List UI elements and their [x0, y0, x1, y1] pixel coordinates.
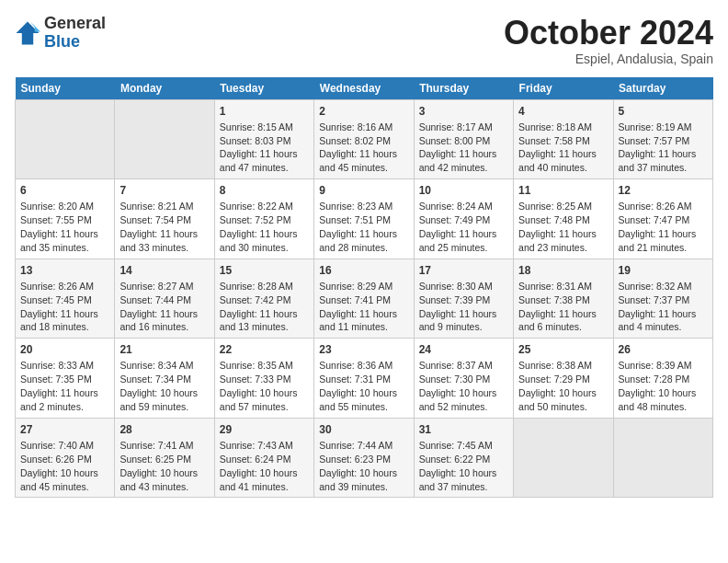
day-number: 21 [119, 342, 209, 357]
day-number: 7 [119, 183, 209, 198]
calendar-cell: 18Sunrise: 8:31 AMSunset: 7:38 PMDayligh… [514, 259, 613, 339]
calendar-cell: 6Sunrise: 8:20 AMSunset: 7:55 PMDaylight… [16, 179, 115, 259]
calendar-cell: 2Sunrise: 8:16 AMSunset: 8:02 PMDaylight… [314, 99, 414, 179]
title-block: October 2024 Espiel, Andalusia, Spain [504, 15, 713, 66]
day-number: 2 [319, 104, 408, 119]
calendar-cell: 10Sunrise: 8:24 AMSunset: 7:49 PMDayligh… [414, 179, 513, 259]
calendar-cell [514, 418, 613, 498]
calendar-cell: 26Sunrise: 8:39 AMSunset: 7:28 PMDayligh… [613, 339, 712, 419]
day-number: 24 [419, 342, 508, 357]
day-number: 19 [619, 263, 708, 278]
calendar-cell: 21Sunrise: 8:34 AMSunset: 7:34 PMDayligh… [115, 339, 214, 419]
day-number: 25 [518, 342, 608, 357]
calendar-cell: 8Sunrise: 8:22 AMSunset: 7:52 PMDaylight… [214, 179, 313, 259]
calendar-week-4: 27Sunrise: 7:40 AMSunset: 6:26 PMDayligh… [16, 418, 713, 498]
day-number: 28 [119, 422, 209, 437]
day-info: Sunrise: 8:22 AMSunset: 7:52 PMDaylight:… [220, 201, 298, 253]
calendar-cell: 1Sunrise: 8:15 AMSunset: 8:03 PMDaylight… [214, 99, 313, 179]
calendar-week-2: 13Sunrise: 8:26 AMSunset: 7:45 PMDayligh… [16, 259, 713, 339]
day-number: 16 [319, 263, 408, 278]
day-info: Sunrise: 8:32 AMSunset: 7:37 PMDaylight:… [619, 281, 697, 333]
day-info: Sunrise: 8:18 AMSunset: 7:58 PMDaylight:… [518, 121, 597, 174]
calendar-cell: 17Sunrise: 8:30 AMSunset: 7:39 PMDayligh… [414, 259, 513, 339]
calendar-cell: 13Sunrise: 8:26 AMSunset: 7:45 PMDayligh… [16, 259, 115, 339]
svg-marker-0 [17, 21, 40, 44]
day-info: Sunrise: 8:29 AMSunset: 7:41 PMDaylight:… [319, 281, 397, 333]
calendar-week-0: 1Sunrise: 8:15 AMSunset: 8:03 PMDaylight… [16, 99, 713, 179]
calendar-cell [115, 99, 214, 179]
calendar-cell: 23Sunrise: 8:36 AMSunset: 7:31 PMDayligh… [314, 339, 414, 419]
day-info: Sunrise: 8:34 AMSunset: 7:34 PMDaylight:… [119, 360, 198, 412]
logo: General Blue [15, 15, 106, 52]
day-number: 27 [20, 422, 109, 437]
day-number: 8 [220, 183, 309, 198]
calendar-cell: 16Sunrise: 8:29 AMSunset: 7:41 PMDayligh… [314, 259, 414, 339]
day-info: Sunrise: 8:33 AMSunset: 7:35 PMDaylight:… [20, 360, 98, 412]
calendar-cell: 30Sunrise: 7:44 AMSunset: 6:23 PMDayligh… [314, 418, 414, 498]
day-number: 29 [220, 422, 309, 437]
calendar-cell: 11Sunrise: 8:25 AMSunset: 7:48 PMDayligh… [514, 179, 613, 259]
day-number: 1 [220, 104, 309, 119]
day-number: 20 [20, 342, 109, 357]
day-info: Sunrise: 8:26 AMSunset: 7:45 PMDaylight:… [20, 281, 98, 333]
day-info: Sunrise: 8:30 AMSunset: 7:39 PMDaylight:… [419, 281, 497, 333]
month-title: October 2024 [504, 15, 713, 52]
day-info: Sunrise: 8:39 AMSunset: 7:28 PMDaylight:… [619, 360, 697, 412]
calendar-cell: 25Sunrise: 8:38 AMSunset: 7:29 PMDayligh… [514, 339, 613, 419]
header-friday: Friday [514, 77, 613, 100]
calendar-cell: 7Sunrise: 8:21 AMSunset: 7:54 PMDaylight… [115, 179, 214, 259]
location-subtitle: Espiel, Andalusia, Spain [504, 52, 713, 66]
page-header: General Blue October 2024 Espiel, Andalu… [15, 15, 713, 66]
day-number: 17 [419, 263, 508, 278]
calendar-week-3: 20Sunrise: 8:33 AMSunset: 7:35 PMDayligh… [16, 339, 713, 419]
day-number: 18 [518, 263, 608, 278]
logo-general-text: General [44, 15, 106, 33]
day-info: Sunrise: 8:26 AMSunset: 7:47 PMDaylight:… [619, 201, 697, 253]
day-info: Sunrise: 8:24 AMSunset: 7:49 PMDaylight:… [419, 201, 497, 253]
day-number: 14 [119, 263, 209, 278]
calendar-cell: 4Sunrise: 8:18 AMSunset: 7:58 PMDaylight… [514, 99, 613, 179]
day-number: 9 [319, 183, 408, 198]
calendar-cell: 28Sunrise: 7:41 AMSunset: 6:25 PMDayligh… [115, 418, 214, 498]
logo-text: General Blue [44, 15, 106, 52]
calendar-cell: 19Sunrise: 8:32 AMSunset: 7:37 PMDayligh… [613, 259, 712, 339]
header-wednesday: Wednesday [314, 77, 414, 100]
day-number: 11 [518, 183, 608, 198]
day-info: Sunrise: 8:21 AMSunset: 7:54 PMDaylight:… [119, 201, 198, 253]
calendar-cell: 20Sunrise: 8:33 AMSunset: 7:35 PMDayligh… [16, 339, 115, 419]
day-info: Sunrise: 8:27 AMSunset: 7:44 PMDaylight:… [119, 281, 198, 333]
calendar-cell: 3Sunrise: 8:17 AMSunset: 8:00 PMDaylight… [414, 99, 513, 179]
day-info: Sunrise: 8:17 AMSunset: 8:00 PMDaylight:… [419, 121, 497, 174]
day-info: Sunrise: 8:16 AMSunset: 8:02 PMDaylight:… [319, 121, 397, 174]
day-info: Sunrise: 8:25 AMSunset: 7:48 PMDaylight:… [518, 201, 597, 253]
day-info: Sunrise: 8:38 AMSunset: 7:29 PMDaylight:… [518, 360, 597, 412]
calendar-cell [613, 418, 712, 498]
day-info: Sunrise: 7:44 AMSunset: 6:23 PMDaylight:… [319, 440, 397, 492]
header-sunday: Sunday [16, 77, 115, 100]
day-number: 5 [619, 104, 708, 119]
day-number: 4 [518, 104, 608, 119]
header-monday: Monday [115, 77, 214, 100]
day-info: Sunrise: 8:35 AMSunset: 7:33 PMDaylight:… [220, 360, 298, 412]
calendar-cell: 12Sunrise: 8:26 AMSunset: 7:47 PMDayligh… [613, 179, 712, 259]
calendar-cell: 27Sunrise: 7:40 AMSunset: 6:26 PMDayligh… [16, 418, 115, 498]
day-info: Sunrise: 8:15 AMSunset: 8:03 PMDaylight:… [220, 121, 298, 174]
header-tuesday: Tuesday [214, 77, 313, 100]
day-number: 12 [619, 183, 708, 198]
calendar-cell [16, 99, 115, 179]
day-number: 13 [20, 263, 109, 278]
calendar-cell: 14Sunrise: 8:27 AMSunset: 7:44 PMDayligh… [115, 259, 214, 339]
day-info: Sunrise: 8:31 AMSunset: 7:38 PMDaylight:… [518, 281, 597, 333]
day-number: 6 [20, 183, 109, 198]
day-number: 15 [220, 263, 309, 278]
day-number: 23 [319, 342, 408, 357]
day-info: Sunrise: 8:19 AMSunset: 7:57 PMDaylight:… [619, 121, 697, 174]
calendar-cell: 9Sunrise: 8:23 AMSunset: 7:51 PMDaylight… [314, 179, 414, 259]
header-row: Sunday Monday Tuesday Wednesday Thursday… [16, 77, 713, 100]
calendar-table: Sunday Monday Tuesday Wednesday Thursday… [15, 77, 713, 499]
day-info: Sunrise: 8:37 AMSunset: 7:30 PMDaylight:… [419, 360, 497, 412]
logo-icon [15, 20, 40, 46]
day-info: Sunrise: 8:23 AMSunset: 7:51 PMDaylight:… [319, 201, 397, 253]
day-info: Sunrise: 8:20 AMSunset: 7:55 PMDaylight:… [20, 201, 98, 253]
day-info: Sunrise: 7:41 AMSunset: 6:25 PMDaylight:… [119, 440, 198, 492]
